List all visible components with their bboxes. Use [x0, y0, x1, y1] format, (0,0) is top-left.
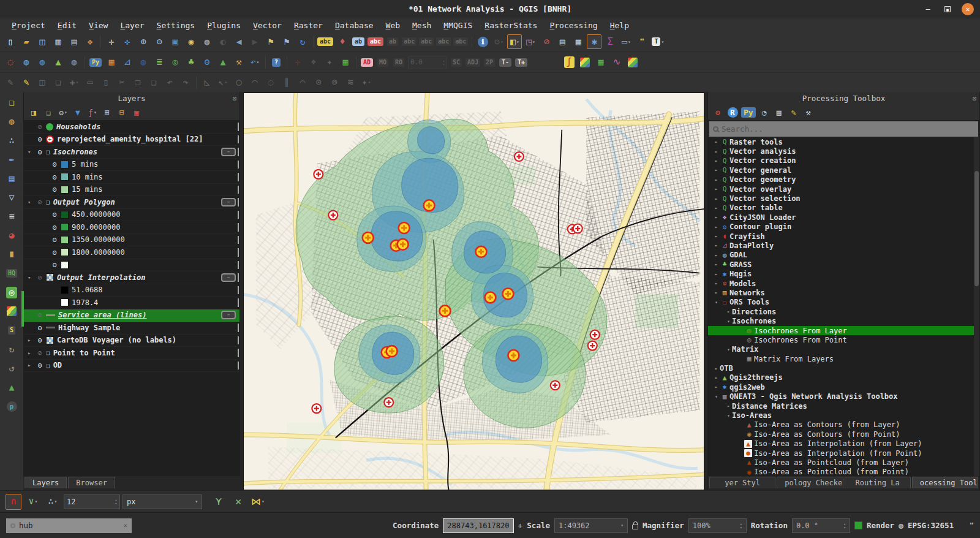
text-smaller-button[interactable]: T-: [498, 55, 513, 70]
style-manager-button[interactable]: ❖: [83, 34, 97, 49]
profile-curves-button[interactable]: ∿: [609, 55, 624, 70]
panel-tab[interactable]: Routing La: [845, 477, 911, 488]
layer-item[interactable]: ⊘Households: [24, 121, 239, 134]
visibility-eye-icon[interactable]: ⊘: [35, 349, 45, 357]
minimize-button[interactable]: —: [922, 5, 933, 13]
filter-legend-button[interactable]: ▼: [71, 105, 85, 119]
toolbox-item[interactable]: ▸Directions: [708, 307, 979, 316]
expander-icon[interactable]: ▸: [28, 362, 35, 368]
text-annotation-button[interactable]: T▾: [650, 34, 665, 49]
expander-icon[interactable]: ▸: [713, 214, 720, 220]
expander-icon[interactable]: ▸: [713, 233, 720, 239]
advanced-digitize-ad-button[interactable]: AD: [360, 55, 374, 70]
expander-icon[interactable]: ▸: [713, 224, 720, 230]
filter-by-expression-button[interactable]: ƒ▾: [86, 105, 99, 119]
qgis2threejs-button[interactable]: ▲: [51, 55, 66, 70]
visibility-eye-icon[interactable]: ʘ: [50, 223, 59, 232]
toolbox-item[interactable]: ▸◖Crayfish: [708, 232, 979, 241]
dataplotly-button[interactable]: ⊿: [120, 55, 135, 70]
gdrive-plugin-button[interactable]: ▲: [4, 379, 20, 395]
visibility-eye-icon[interactable]: ⊘: [35, 123, 45, 131]
select-features-button[interactable]: ◧▾: [507, 34, 522, 49]
layer-item[interactable]: ▸ʘ❏OD: [24, 360, 239, 373]
visibility-eye-icon[interactable]: ʘ: [50, 235, 59, 244]
layer-item[interactable]: ʘ: [24, 259, 239, 272]
toolbox-search[interactable]: Search...: [709, 121, 978, 137]
menu-vector[interactable]: Vector: [247, 20, 287, 31]
expander-icon[interactable]: ▸: [28, 350, 35, 356]
menu-edit[interactable]: Edit: [52, 20, 82, 31]
add-vector-layer-button[interactable]: ❏: [4, 94, 20, 110]
add-virtual-layer-button[interactable]: ▽: [4, 189, 20, 205]
toolbox-item[interactable]: ▸QVector geometry: [708, 175, 979, 184]
menu-settings[interactable]: Settings: [151, 20, 201, 31]
manage-map-themes-button[interactable]: ʘ▾: [56, 105, 70, 119]
expander-icon[interactable]: ▸: [713, 205, 720, 211]
menu-web[interactable]: Web: [380, 20, 405, 31]
toolbox-item[interactable]: ▸◍GDAL: [708, 251, 979, 260]
expander-icon[interactable]: ▸: [713, 375, 720, 381]
panel-splitter-highlight[interactable]: [21, 291, 24, 327]
visibility-eye-icon[interactable]: ʘ: [35, 148, 45, 156]
toolbox-item[interactable]: ▸QVector table: [708, 203, 979, 213]
layer-item[interactable]: ʘ1800.0000000: [24, 246, 239, 259]
toolbox-item[interactable]: ▾Isochrones: [708, 316, 979, 325]
toolbox-item[interactable]: ▸OTB: [708, 363, 979, 373]
expand-all-button[interactable]: ⊞: [100, 105, 114, 119]
layer-item[interactable]: ʘ1350.0000000: [24, 234, 239, 247]
visibility-eye-icon[interactable]: ʘ: [50, 173, 59, 181]
sld4raster-button[interactable]: ▦: [578, 55, 592, 70]
mouse-position-icon[interactable]: ✛: [518, 521, 523, 530]
layout-manager-button[interactable]: ▤: [67, 34, 81, 49]
crs-status[interactable]: EPSG:32651: [908, 521, 954, 530]
expander-icon[interactable]: ▸: [713, 252, 720, 258]
db-manager-button[interactable]: ≡: [4, 208, 20, 224]
expander-icon[interactable]: ▸: [713, 177, 720, 183]
toolbox-item[interactable]: ▾▩QNEAT3 - Qgis Network Analysis Toolbox: [708, 392, 979, 401]
locator-search-input[interactable]: hub ✕: [6, 518, 132, 533]
show-bookmarks-button[interactable]: ⚑: [279, 34, 294, 49]
profile-tool-button[interactable]: ⚒: [232, 55, 246, 70]
layer-filter-badge[interactable]: ⋯: [221, 273, 236, 282]
magnifier-spinner[interactable]: 100%▴▾: [688, 518, 747, 533]
attribute-table-add-button[interactable]: ▦: [594, 55, 608, 70]
expander-icon[interactable]: ▸: [713, 139, 720, 145]
menu-view[interactable]: View: [83, 20, 113, 31]
toolbox-item[interactable]: ▸QVector creation: [708, 156, 979, 165]
statistical-summary-button[interactable]: ▦: [571, 34, 586, 49]
toolbox-item[interactable]: ▸♣GRASS: [708, 260, 979, 269]
expander-icon[interactable]: ▸: [713, 196, 720, 202]
close-panel-icon[interactable]: ⊠: [233, 95, 236, 102]
layer-item[interactable]: ʘ+reprojected_amenity_hospital [22]: [24, 134, 239, 146]
zoom-to-selection-button[interactable]: ◉: [184, 34, 198, 49]
expander-icon[interactable]: ▸: [713, 186, 720, 192]
zoom-to-layer-button[interactable]: ◍: [200, 34, 214, 49]
table-sync-button[interactable]: ▦: [338, 55, 353, 70]
menu-plugins[interactable]: Plugins: [202, 20, 246, 31]
snapping-tolerance-spinner[interactable]: 12▴▾: [64, 494, 120, 509]
avoid-overlap-button[interactable]: ⋈▾: [250, 494, 266, 510]
layer-filter-badge[interactable]: ⋯: [221, 148, 236, 156]
labeling-button[interactable]: abc: [317, 34, 334, 49]
visibility-eye-icon[interactable]: ʘ: [35, 324, 45, 332]
tab-browser[interactable]: Browser: [68, 477, 115, 488]
toolbox-item[interactable]: ▲Iso-Area as Interpolation (from Layer): [708, 439, 979, 449]
menu-help[interactable]: Help: [605, 20, 635, 31]
toolbox-models-button[interactable]: ⚙: [711, 105, 725, 119]
toolbox-item[interactable]: ▸✱qgis2web: [708, 382, 979, 392]
expander-icon[interactable]: ▸: [28, 337, 35, 343]
ors-route-button[interactable]: ʃ: [562, 55, 576, 70]
toggle-editing-button[interactable]: ✎: [19, 75, 34, 90]
visibility-eye-icon[interactable]: ʘ: [50, 185, 59, 194]
visibility-eye-icon[interactable]: ʘ: [50, 160, 59, 169]
toolbox-item[interactable]: ▸QVector selection: [708, 194, 979, 203]
toolbox-edit-features-button[interactable]: ✎: [787, 105, 801, 119]
toolbox-item[interactable]: ▸QRaster tools: [708, 137, 979, 146]
select-by-expression-button[interactable]: ◳▾: [523, 34, 538, 49]
toolbox-item[interactable]: ▸▲Qgis2threejs: [708, 373, 979, 382]
osm-edit-plugin-button[interactable]: ▨: [4, 303, 20, 319]
render-checkbox[interactable]: [854, 521, 862, 529]
expander-icon[interactable]: ▸: [713, 167, 720, 173]
processing-search-button[interactable]: ◎: [168, 55, 183, 70]
expander-icon[interactable]: ▾: [725, 347, 732, 352]
